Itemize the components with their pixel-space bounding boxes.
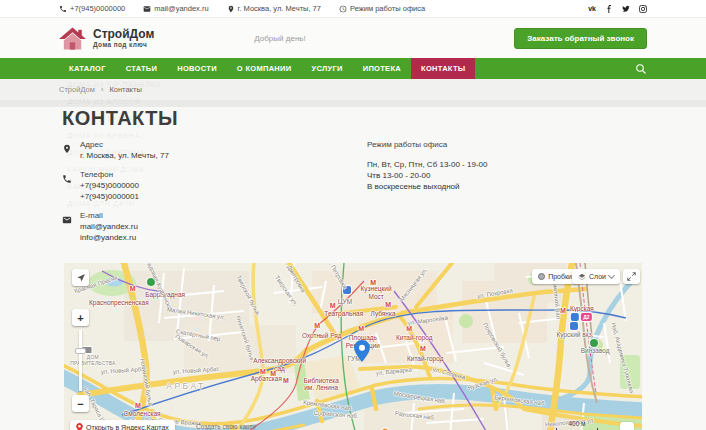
fullscreen-icon: [627, 272, 636, 281]
open-in-yandex-maps-label: Открыть в Яндекс.Картах: [86, 424, 169, 430]
zoom-slider-handle[interactable]: [75, 348, 86, 354]
social-links: vk: [588, 5, 647, 13]
topbar: +7(945)0000000 mail@yandex.ru г. Москва,…: [0, 0, 706, 18]
yandex-map[interactable]: МБаррикаднаяКраснопресненскаяМКузнецкий …: [64, 263, 642, 430]
work-hours-title: Режим работы офиса: [367, 140, 487, 149]
address-value: г. Москва, ул. Мечты, 77: [80, 150, 169, 161]
address-label: Адрес: [80, 139, 169, 150]
map-scale-value: 400 м: [556, 420, 598, 427]
location-icon: [62, 139, 73, 161]
topbar-phone[interactable]: +7(945)0000000: [59, 4, 125, 13]
nav-item-katalog[interactable]: КАТАЛОГ: [59, 58, 116, 79]
contact-phone: Телефон +7(945)0000000 +7(945)0000001: [62, 169, 367, 202]
breadcrumb-home[interactable]: СтройДом: [59, 85, 95, 94]
topbar-email-text: mail@yandex.ru: [154, 4, 208, 13]
nav-item-stati[interactable]: СТАТЬИ: [116, 58, 168, 79]
topbar-phone-text: +7(945)0000000: [70, 4, 125, 13]
work-hours-line: В воскресенье выходной: [367, 181, 487, 192]
nav-item-kontakty[interactable]: КОНТАКТЫ: [411, 58, 475, 79]
chevron-down-icon: [608, 272, 615, 279]
contact-email: E-mail mail@yandex.ru info@yandex.ru: [62, 210, 367, 243]
breadcrumb: СтройДом › Контакты: [0, 79, 706, 100]
page: +7(945)0000000 mail@yandex.ru г. Москва,…: [0, 0, 706, 430]
content: КОНТАКТЫ Адрес г. Москва, ул. Мечты, 77 …: [0, 107, 706, 430]
phone-value-2[interactable]: +7(945)0000001: [80, 191, 139, 202]
topbar-email[interactable]: mail@yandex.ru: [143, 4, 208, 13]
topbar-worktime-text: Режим работы офиса: [350, 4, 425, 13]
topbar-address: г. Москва, ул. Мечты, 77: [227, 4, 321, 13]
map-placemark[interactable]: [354, 340, 370, 366]
logo-subtitle: Дома под ключ: [93, 41, 154, 48]
header: СтройДом Дома под ключ Добрый день! Зака…: [0, 18, 706, 58]
search-icon[interactable]: [635, 63, 647, 75]
phone-icon: [62, 169, 73, 202]
location-icon: [227, 5, 235, 13]
greeting-text: Добрый день!: [254, 34, 305, 43]
work-hours: Режим работы офиса Пн, Вт, Ср, Птн, Сб 1…: [367, 139, 487, 251]
instagram-icon[interactable]: [639, 5, 647, 13]
map-canvas: [64, 263, 642, 430]
work-hours-line: Пн, Вт, Ср, Птн, Сб 13-00 - 19-00: [367, 159, 487, 170]
nav-item-novosti[interactable]: НОВОСТИ: [167, 58, 227, 79]
traffic-label: Пробки: [548, 273, 572, 280]
yandex-pin-icon: [76, 423, 83, 430]
logo[interactable]: СтройДом Дома под ключ: [59, 27, 154, 50]
nav-item-o-kompanii[interactable]: О КОМПАНИИ: [227, 58, 302, 79]
zoom-in-button[interactable]: +: [72, 309, 89, 326]
traffic-icon: [538, 273, 545, 280]
page-title: КОНТАКТЫ: [62, 107, 647, 130]
nav-item-ipoteka[interactable]: ИПОТЕКА: [353, 58, 411, 79]
topbar-worktime: Режим работы офиса: [339, 4, 425, 13]
email-label: E-mail: [80, 210, 138, 221]
topbar-address-text: г. Москва, ул. Мечты, 77: [238, 4, 321, 13]
map-attribution-box[interactable]: [620, 422, 634, 430]
callback-button[interactable]: Заказать обратный звонок: [514, 28, 647, 49]
contact-info: Адрес г. Москва, ул. Мечты, 77 Телефон +…: [62, 139, 367, 251]
phone-value-1[interactable]: +7(945)0000000: [80, 180, 139, 191]
work-hours-line: Чтв 13-00 - 20-00: [367, 170, 487, 181]
layers-icon: [578, 273, 586, 281]
main-nav: КАТАЛОГ СТАТЬИ НОВОСТИ О КОМПАНИИ УСЛУГИ…: [0, 58, 706, 79]
contact-address: Адрес г. Москва, ул. Мечты, 77: [62, 139, 367, 161]
clock-icon: [339, 5, 347, 13]
vk-icon[interactable]: vk: [588, 5, 596, 12]
open-in-yandex-maps-button[interactable]: Открыть в Яндекс.Картах: [70, 420, 175, 430]
fullscreen-button[interactable]: [623, 269, 640, 284]
twitter-icon[interactable]: [622, 5, 630, 13]
mail-icon: [143, 5, 151, 13]
email-value-2[interactable]: info@yandex.ru: [80, 232, 138, 243]
layers-label: Слои: [589, 273, 606, 280]
email-value-1[interactable]: mail@yandex.ru: [80, 221, 138, 232]
facebook-icon[interactable]: [605, 5, 613, 13]
logo-title: СтройДом: [93, 28, 154, 41]
mail-icon: [62, 210, 73, 243]
phone-icon: [59, 5, 67, 13]
zoom-slider[interactable]: [79, 330, 82, 391]
map-scale: 400 м: [556, 420, 598, 430]
phone-label: Телефон: [80, 169, 139, 180]
create-map-link[interactable]: Создать свою карту: [196, 423, 256, 430]
nav-item-uslugi[interactable]: УСЛУГИ: [301, 58, 352, 79]
layers-button[interactable]: Слои: [572, 269, 620, 284]
geolocation-button[interactable]: [72, 269, 89, 286]
geolocation-arrow-icon: [76, 273, 86, 283]
zoom-out-button[interactable]: −: [72, 395, 89, 412]
breadcrumb-current: Контакты: [109, 85, 141, 94]
logo-house-icon: [59, 27, 86, 50]
breadcrumb-separator: ›: [101, 85, 104, 94]
